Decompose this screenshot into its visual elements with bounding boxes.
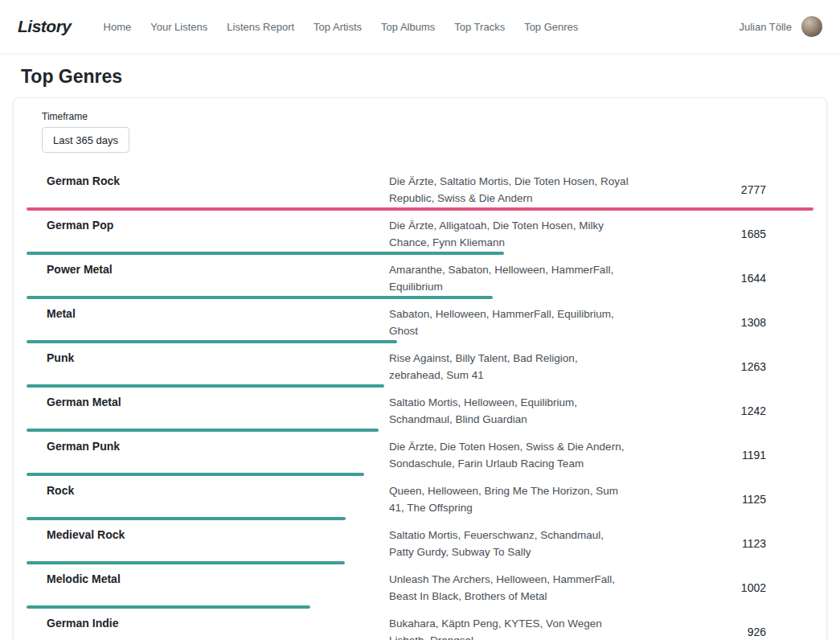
genre-row-german-rock: German Rock Die Ärzte, Saltatio Mortis, … — [27, 167, 813, 211]
genre-artists: Sabaton, Helloween, HammerFall, Equilibr… — [389, 306, 630, 339]
user-menu[interactable]: Julian Tölle — [739, 16, 822, 37]
genre-name: Medieval Rock — [47, 527, 389, 560]
genre-bar — [27, 207, 813, 211]
genre-name: Power Metal — [47, 261, 389, 295]
genre-artists: Amaranthe, Sabaton, Helloween, HammerFal… — [389, 261, 630, 295]
genre-row-punk: Punk Rise Against, Billy Talent, Bad Rel… — [27, 344, 813, 388]
genre-count: 1123 — [630, 537, 813, 550]
genre-count: 926 — [630, 626, 813, 638]
genre-row-metal: Metal Sabaton, Helloween, HammerFall, Eq… — [27, 300, 813, 344]
genre-count: 2777 — [630, 183, 813, 196]
genre-count: 1263 — [630, 360, 813, 373]
genre-name: Melodic Metal — [47, 571, 389, 605]
genre-artists: Bukahara, Käptn Peng, KYTES, Von Wegen L… — [389, 615, 630, 640]
genre-name: Metal — [47, 306, 389, 339]
genre-bar — [27, 473, 364, 476]
nav-item-top-genres[interactable]: Top Genres — [524, 21, 578, 33]
genre-name: Punk — [47, 350, 389, 384]
genre-row-medieval-rock: Medieval Rock Saltatio Mortis, Feuerschw… — [27, 521, 813, 565]
genre-artists: Die Ärzte, Alligatoah, Die Toten Hosen, … — [389, 217, 630, 251]
genre-row-melodic-metal: Melodic Metal Unleash The Archers, Hello… — [27, 565, 813, 609]
genre-artists: Die Ärzte, Saltatio Mortis, Die Toten Ho… — [389, 173, 630, 207]
genre-row-german-pop: German Pop Die Ärzte, Alligatoah, Die To… — [27, 211, 813, 256]
nav-item-top-albums[interactable]: Top Albums — [381, 21, 435, 33]
genre-name: Rock — [47, 482, 389, 516]
timeframe-select[interactable]: Last 365 days — [42, 127, 129, 153]
top-genres-card: Timeframe Last 365 days German Rock Die … — [13, 97, 827, 640]
nav-item-listens-report[interactable]: Listens Report — [227, 21, 294, 33]
genre-row-german-metal: German Metal Saltatio Mortis, Helloween,… — [27, 388, 813, 433]
nav-item-top-tracks[interactable]: Top Tracks — [454, 21, 505, 33]
page-title: Top Genres — [21, 66, 819, 88]
genre-list: German Rock Die Ärzte, Saltatio Mortis, … — [27, 167, 813, 640]
genre-bar — [27, 561, 345, 564]
genre-artists: Queen, Helloween, Bring Me The Horizon, … — [389, 482, 630, 516]
avatar[interactable] — [801, 16, 822, 37]
genre-artists: Die Ärzte, Die Toten Hosen, Swiss & Die … — [389, 438, 630, 472]
genre-bar — [27, 605, 310, 609]
genre-bar — [27, 340, 397, 343]
genre-bar — [27, 429, 379, 432]
genre-count: 1644 — [630, 272, 813, 285]
genre-count: 1002 — [630, 581, 813, 594]
genre-name: German Punk — [47, 438, 389, 472]
timeframe-label: Timeframe — [42, 111, 813, 122]
top-navbar: Listory Home Your Listens Listens Report… — [0, 0, 840, 53]
genre-name: German Pop — [47, 217, 389, 251]
genre-count: 1308 — [630, 316, 813, 329]
genre-row-rock: Rock Queen, Helloween, Bring Me The Hori… — [27, 477, 813, 521]
main-nav: Home Your Listens Listens Report Top Art… — [104, 21, 579, 33]
genre-bar — [27, 384, 384, 388]
genre-artists: Saltatio Mortis, Feuerschwanz, Schandmau… — [389, 527, 630, 560]
genre-bar — [27, 517, 346, 520]
nav-item-home[interactable]: Home — [104, 21, 132, 33]
genre-name: German Metal — [47, 394, 389, 428]
app-logo[interactable]: Listory — [18, 17, 72, 36]
genre-name: German Rock — [47, 173, 389, 207]
genre-row-power-metal: Power Metal Amaranthe, Sabaton, Hellowee… — [27, 256, 813, 300]
genre-name: German Indie — [47, 615, 389, 640]
genre-artists: Unleash The Archers, Helloween, HammerFa… — [389, 571, 630, 605]
genre-bar — [27, 296, 493, 299]
main-content: Top Genres Timeframe Last 365 days Germa… — [0, 53, 840, 640]
user-name[interactable]: Julian Tölle — [739, 21, 792, 33]
genre-count: 1191 — [630, 449, 813, 462]
genre-count: 1242 — [630, 404, 813, 417]
nav-item-top-artists[interactable]: Top Artists — [313, 21, 362, 33]
genre-artists: Saltatio Mortis, Helloween, Equilibrium,… — [389, 394, 630, 428]
genre-row-german-indie: German Indie Bukahara, Käptn Peng, KYTES… — [27, 609, 813, 640]
genre-count: 1685 — [630, 228, 813, 240]
genre-bar — [27, 252, 504, 255]
genre-artists: Rise Against, Billy Talent, Bad Religion… — [389, 350, 630, 384]
genre-count: 1125 — [630, 493, 813, 506]
nav-item-your-listens[interactable]: Your Listens — [150, 21, 207, 33]
genre-row-german-punk: German Punk Die Ärzte, Die Toten Hosen, … — [27, 433, 813, 477]
